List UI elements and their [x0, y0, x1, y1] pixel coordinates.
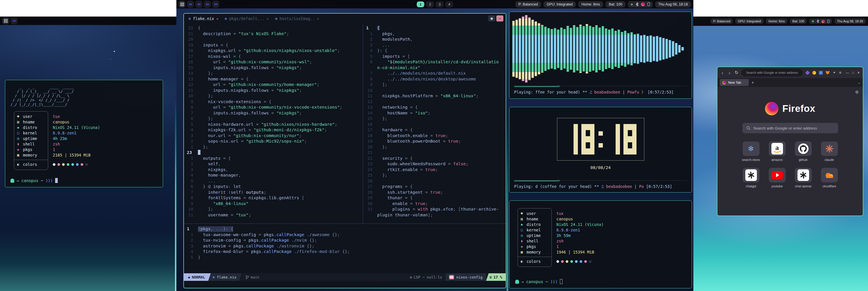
code-line: 8 url = "github:nix-community/nix-vscode… [184, 105, 363, 110]
reload-button[interactable]: ↻ [734, 70, 739, 75]
terminal-fastfetch-right[interactable]: ☻user▤hname◆distro▢kernel◷uptime▮shell◈p… [509, 200, 692, 288]
extension-icon-metamask[interactable] [826, 70, 830, 75]
neovim-window[interactable]: ❄flake.nix×❄pkgs/default...×❄hosts/isoIm… [183, 13, 506, 288]
code-line: 8 ../../modules/nixos/desktop/awesome [363, 77, 506, 82]
tab-new-tab[interactable]: New Tab [720, 79, 749, 86]
user-icon: ☻ [17, 114, 23, 119]
maximize-button[interactable]: □ [852, 71, 854, 74]
search-icon [746, 126, 750, 130]
shortcut-tile-search.nixos[interactable]: ❄search.nixos [742, 141, 760, 162]
workspace-button-2[interactable]: 2 [427, 1, 434, 7]
code-line: 9 "x86_64-linux" [184, 201, 363, 207]
page-settings-gear-icon[interactable]: ⚙ [855, 90, 859, 94]
visualizer-bar [548, 28, 550, 69]
terminal-fastfetch-left[interactable]: _ _ _ ____ _____ / | / (_)_ __/ __ \/ __… [5, 80, 163, 187]
fetch-value-shell: zsh [53, 141, 60, 147]
tty-clock-display [557, 118, 644, 161]
fetch-value-kernel: 6.9.8-zen1 [556, 227, 580, 233]
code-line: 4}: { [363, 48, 506, 54]
visualizer-bar [637, 34, 639, 64]
nvim-pin-button[interactable]: ◉ [488, 16, 495, 22]
code-line: 21 [363, 150, 506, 156]
nvim-pane-pkgs[interactable]: 1{pkgs, ...}: {1 tux-awesome-wm-config =… [184, 224, 506, 273]
workspace-button-4[interactable]: 4 [445, 1, 453, 7]
tab-close-icon[interactable]: × [317, 17, 319, 21]
shortcut-tile-amazon[interactable]: aamazon [768, 141, 786, 162]
code-line: 5 imports = [ [363, 54, 506, 60]
menu-button[interactable]: ≡ [839, 70, 841, 75]
task-button[interactable]: $W [212, 1, 219, 7]
shortcut-tile-github[interactable]: github [794, 141, 812, 162]
gear-icon: ⚙ [410, 275, 412, 280]
nvim-file-segment: ❄flake.nix [209, 273, 242, 281]
nvim-pane-iso[interactable]: 1{1 pkgs,2 modulesPath,3 ...4}: {5 impor… [363, 24, 506, 223]
ping-pill[interactable]: Home: 6ms [766, 19, 787, 24]
shortcut-tile-cloudflare[interactable]: cloudflare [820, 168, 838, 188]
terminal-visualizer[interactable]: ======================> Playing: ffee fo… [509, 11, 692, 99]
code-line: 21 description = "tux's NixOS Flake"; [184, 31, 363, 37]
shortcut-tile-chatgpt[interactable]: chatgpt [742, 168, 760, 188]
nvim-tab-flake.nix[interactable]: ❄flake.nix× [189, 16, 218, 21]
battery-pill[interactable]: Bat: 100 [606, 1, 625, 7]
app-launcher-button[interactable] [2, 18, 9, 24]
tab-close-icon[interactable]: × [267, 17, 269, 21]
shell-prompt[interactable]: → canopus ~ ))) [10, 178, 158, 183]
code-line: 31 plugins = with pkgs.xfce; [thunar-arc… [363, 206, 506, 212]
color-dots [556, 259, 686, 264]
shortcut-tile-claude[interactable]: claude [820, 141, 838, 162]
ping-pill[interactable]: Home: 8ms [578, 1, 603, 7]
shell-prompt[interactable]: → canopus ~ ))) [515, 279, 686, 284]
system-tray[interactable]: ♣ [809, 19, 832, 24]
power-profile-pill[interactable]: P: Balanced [515, 1, 541, 7]
host-icon: ▤ [17, 119, 23, 125]
newtab-search-field[interactable]: Search with Google or enter address [742, 123, 838, 133]
firefox-window[interactable]: ‹ › ↻ Search with Google or enter addres… [717, 66, 863, 216]
code-line: n-cd-minimal.nix" [363, 65, 506, 71]
app-launcher-button[interactable] [179, 1, 185, 7]
nvim-tab-pkgs/default...[interactable]: ❄pkgs/default...× [225, 16, 269, 21]
battery-pill[interactable]: Bat: 100 [790, 19, 807, 24]
shortcut-tile-youtube[interactable]: youtube [768, 168, 786, 188]
tab-close-icon[interactable]: × [216, 17, 218, 21]
visualizer-bar [592, 27, 594, 70]
power-profile-pill[interactable]: P: Balanced [710, 19, 733, 24]
clock-pill[interactable]: Thu Aug 08, 18:39 [834, 19, 866, 24]
extension-icon-proton[interactable] [812, 70, 816, 75]
clock-pill[interactable]: Thu Aug 08, 18:18 [655, 1, 691, 7]
nvim-pane-flake[interactable]: 22{21 description = "tux's NixOS Flake";… [184, 24, 363, 223]
workspace-button-1[interactable]: 1 [417, 1, 425, 7]
visualizer-bar [516, 20, 518, 78]
system-tray[interactable]: ♣ [628, 1, 653, 7]
fetch-value-memory: 1946 | 15394 MiB [556, 250, 594, 255]
visualizer-bar [531, 20, 534, 78]
extension-icon-shield[interactable]: ✓ [819, 70, 823, 75]
task-button[interactable]: $W [204, 1, 211, 7]
shell-icon: ▮ [521, 238, 527, 244]
visualizer-bar [576, 27, 579, 70]
close-button[interactable]: ✕ [857, 71, 860, 75]
new-tab-button[interactable]: + [752, 80, 754, 85]
task-button[interactable]: $W [195, 1, 202, 7]
shortcut-tile-chat.openai[interactable]: chat.openai [794, 168, 812, 188]
minimize-button[interactable]: — [846, 71, 849, 74]
gpu-pill[interactable]: GPU: Integrated [735, 19, 764, 24]
tab-list-chevron-icon[interactable]: ⌄ [858, 81, 861, 85]
url-bar[interactable]: Search with Google or enter address [741, 69, 803, 77]
shell-icon: ▮ [17, 141, 23, 147]
nvim-close-button[interactable]: × [496, 16, 503, 22]
terminal-clock[interactable]: 08/08/24 ======================> Playing… [509, 107, 692, 193]
code-line: 23 [184, 150, 363, 156]
extension-icon-purple[interactable] [805, 70, 809, 75]
git-branch-icon [246, 275, 249, 279]
back-button[interactable]: ‹ [720, 70, 725, 75]
task-button[interactable]: $W [11, 18, 18, 24]
extensions-button[interactable]: ✦ [832, 70, 836, 75]
uptime-icon: ◷ [521, 233, 527, 238]
visualizer-bar [573, 25, 575, 72]
task-button[interactable]: $W [187, 1, 194, 7]
gpu-pill[interactable]: GPU: Integrated [544, 1, 576, 7]
top-bar-left-monitor: $W [0, 17, 176, 25]
workspace-button-3[interactable]: 3 [436, 1, 443, 7]
nvim-tab-hosts/isoImag..[interactable]: ❄hosts/isoImag..× [275, 16, 319, 21]
forward-button[interactable]: › [727, 70, 732, 75]
